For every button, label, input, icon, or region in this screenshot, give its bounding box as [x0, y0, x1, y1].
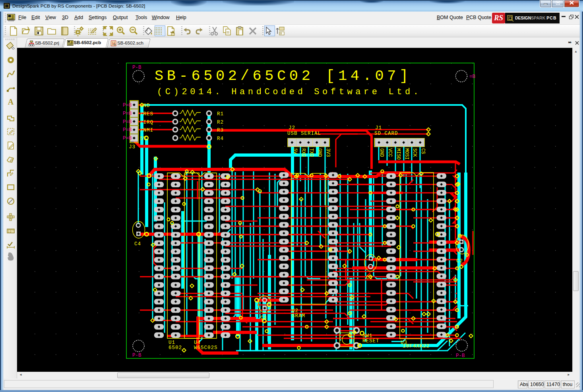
svg-text:U2: U2 — [292, 308, 298, 314]
svg-text:R1: R1 — [217, 111, 224, 117]
svg-text:CS: CS — [420, 148, 426, 154]
svg-text:P=B: P=B — [123, 136, 132, 141]
svg-text:P-B: P-B — [132, 353, 141, 358]
svg-text:P=B: P=B — [123, 103, 132, 108]
svg-text:USB SERIAL: USB SERIAL — [287, 131, 321, 136]
svg-text:=B: =B — [469, 74, 476, 80]
svg-text:5V: 5V — [140, 136, 147, 142]
svg-text:18F4XK22: 18F4XK22 — [403, 343, 430, 349]
svg-text:6502: 6502 — [169, 345, 182, 351]
svg-text:C1: C1 — [366, 275, 373, 281]
svg-text:P=B: P=B — [123, 111, 132, 116]
svg-text:J3: J3 — [129, 144, 136, 150]
svg-text:R3: R3 — [217, 128, 224, 133]
svg-text:P=B: P=B — [123, 119, 132, 125]
svg-text:P-B: P-B — [132, 65, 141, 70]
svg-text:3V3: 3V3 — [325, 148, 331, 157]
svg-text:SD CARD: SD CARD — [374, 131, 398, 136]
svg-text:J2: J2 — [289, 125, 295, 131]
svg-text:J1: J1 — [375, 125, 382, 131]
svg-text:MOSI: MOSI — [404, 148, 409, 160]
svg-text:/NMI: /NMI — [140, 128, 153, 133]
svg-text:SCK: SCK — [412, 148, 417, 157]
svg-text:A: A — [8, 97, 14, 106]
svg-text:GND: GND — [379, 148, 384, 157]
svg-text:/RES: /RES — [140, 111, 153, 117]
svg-text:SRAM: SRAM — [292, 313, 305, 319]
svg-text:VCC: VCC — [387, 148, 393, 157]
svg-text:SW1: SW1 — [362, 333, 373, 339]
svg-text:GND: GND — [317, 148, 322, 157]
svg-text:C2: C2 — [456, 258, 463, 264]
svg-text:C4: C4 — [134, 241, 141, 247]
svg-text:/IRQ: /IRQ — [140, 120, 153, 125]
svg-text:1 2: 1 2 — [8, 231, 12, 233]
svg-text:TXD: TXD — [308, 148, 314, 157]
svg-text:P=B: P=B — [123, 127, 132, 133]
svg-text:C3: C3 — [260, 315, 267, 321]
svg-text:U4: U4 — [194, 340, 201, 345]
svg-text:SB-6502/65C02 [14.07]: SB-6502/65C02 [14.07] — [155, 68, 412, 84]
svg-text:R4: R4 — [217, 136, 224, 142]
svg-text:GND: GND — [140, 103, 150, 109]
svg-text:W65C02S: W65C02S — [194, 345, 218, 351]
svg-text:P-B: P-B — [456, 353, 465, 359]
svg-text:R2: R2 — [217, 120, 224, 125]
svg-text:U1: U1 — [169, 340, 175, 345]
svg-text:RESET: RESET — [362, 338, 380, 344]
svg-text:MISO: MISO — [395, 148, 401, 160]
svg-text:(C)2014. HandCoded Software Lt: (C)2014. HandCoded Software Ltd. — [157, 87, 422, 97]
svg-text:5V: 5V — [292, 148, 298, 154]
svg-text:RXD: RXD — [300, 148, 306, 157]
